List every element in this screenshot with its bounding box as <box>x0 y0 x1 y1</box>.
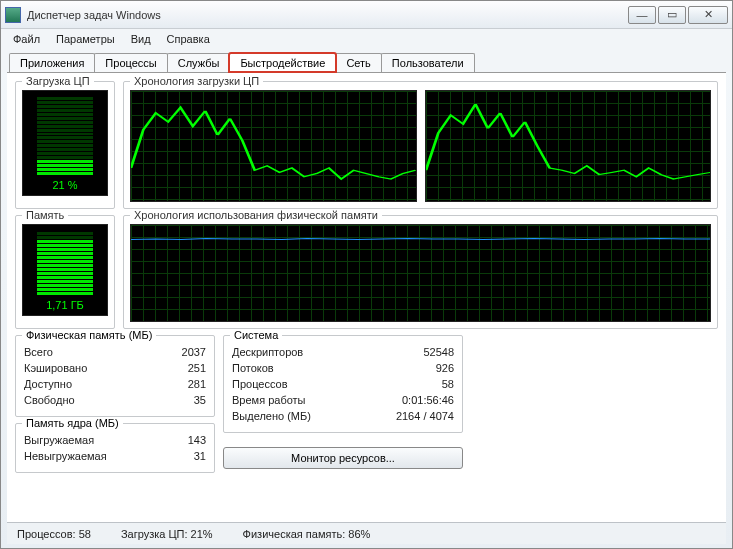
content: Загрузка ЦП 21 % Хронология загрузки ЦП <box>7 72 726 522</box>
sys-commit-val: 2164 / 4074 <box>396 408 454 424</box>
cpu-gauge-group: Загрузка ЦП 21 % <box>15 81 115 209</box>
sys-procs-label: Процессов <box>232 376 288 392</box>
cpu-percent-label: 21 % <box>23 179 107 191</box>
window: Диспетчер задач Windows — ▭ ✕ Файл Парам… <box>0 0 733 549</box>
mem-value-label: 1,71 ГБ <box>23 299 107 311</box>
kernel-mem-title: Память ядра (МБ) <box>22 417 123 429</box>
stats-row: Физическая память (МБ) Всего2037 Кэширов… <box>15 335 718 473</box>
stats-right-col: Система Дескрипторов52548 Потоков926 Про… <box>223 335 463 473</box>
tab-processes[interactable]: Процессы <box>94 53 167 72</box>
phys-mem-title: Физическая память (МБ) <box>22 329 156 341</box>
phys-avail-val: 281 <box>188 376 206 392</box>
phys-free-val: 35 <box>194 392 206 408</box>
phys-cached-label: Кэшировано <box>24 360 87 376</box>
menu-options[interactable]: Параметры <box>50 31 121 47</box>
sys-uptime-label: Время работы <box>232 392 306 408</box>
sys-procs-val: 58 <box>442 376 454 392</box>
tab-users[interactable]: Пользователи <box>381 53 475 72</box>
phys-avail-label: Доступно <box>24 376 72 392</box>
cpu-gauge-title: Загрузка ЦП <box>22 75 94 87</box>
menu-view[interactable]: Вид <box>125 31 157 47</box>
window-buttons: — ▭ ✕ <box>628 6 728 24</box>
maximize-icon: ▭ <box>667 8 677 21</box>
tab-applications[interactable]: Приложения <box>9 53 95 72</box>
system-group: Система Дескрипторов52548 Потоков926 Про… <box>223 335 463 433</box>
close-button[interactable]: ✕ <box>688 6 728 24</box>
cpu-row: Загрузка ЦП 21 % Хронология загрузки ЦП <box>15 81 718 209</box>
titlebar[interactable]: Диспетчер задач Windows — ▭ ✕ <box>1 1 732 29</box>
cpu-graph-2 <box>425 90 712 202</box>
sys-threads-val: 926 <box>436 360 454 376</box>
cpu-graph-1 <box>130 90 417 202</box>
mem-graph <box>130 224 711 322</box>
status-processes: Процессов: 58 <box>17 528 91 540</box>
stats-left-col: Физическая память (МБ) Всего2037 Кэширов… <box>15 335 215 473</box>
mem-history-title: Хронология использования физической памя… <box>130 209 382 221</box>
mem-gauge: 1,71 ГБ <box>22 224 108 316</box>
minimize-button[interactable]: — <box>628 6 656 24</box>
mem-gauge-group: Память 1,71 ГБ <box>15 215 115 329</box>
tab-performance[interactable]: Быстродействие <box>229 53 336 72</box>
tab-services[interactable]: Службы <box>167 53 231 72</box>
status-mem: Физическая память: 86% <box>243 528 371 540</box>
sys-threads-label: Потоков <box>232 360 274 376</box>
kernel-paged-label: Выгружаемая <box>24 432 94 448</box>
phys-free-label: Свободно <box>24 392 75 408</box>
phys-cached-val: 251 <box>188 360 206 376</box>
mem-gauge-title: Память <box>22 209 68 221</box>
sys-handles-label: Дескрипторов <box>232 344 303 360</box>
tab-networking[interactable]: Сеть <box>335 53 381 72</box>
menu-file[interactable]: Файл <box>7 31 46 47</box>
tabstrip: Приложения Процессы Службы Быстродействи… <box>1 49 732 72</box>
mem-history-group: Хронология использования физической памя… <box>123 215 718 329</box>
cpu-history-title: Хронология загрузки ЦП <box>130 75 263 87</box>
window-title: Диспетчер задач Windows <box>27 9 628 21</box>
kernel-nonpaged-val: 31 <box>194 448 206 464</box>
phys-total-label: Всего <box>24 344 53 360</box>
cpu-gauge: 21 % <box>22 90 108 196</box>
kernel-paged-val: 143 <box>188 432 206 448</box>
phys-total-val: 2037 <box>182 344 206 360</box>
status-cpu: Загрузка ЦП: 21% <box>121 528 213 540</box>
resource-monitor-button[interactable]: Монитор ресурсов... <box>223 447 463 469</box>
system-title: Система <box>230 329 282 341</box>
sys-uptime-val: 0:01:56:46 <box>402 392 454 408</box>
statusbar: Процессов: 58 Загрузка ЦП: 21% Физическа… <box>7 522 726 544</box>
maximize-button[interactable]: ▭ <box>658 6 686 24</box>
mem-row: Память 1,71 ГБ Хронология использования … <box>15 215 718 329</box>
kernel-nonpaged-label: Невыгружаемая <box>24 448 107 464</box>
minimize-icon: — <box>637 9 648 21</box>
cpu-history-group: Хронология загрузки ЦП <box>123 81 718 209</box>
phys-mem-group: Физическая память (МБ) Всего2037 Кэширов… <box>15 335 215 417</box>
cpu-history-graphs <box>130 90 711 202</box>
menubar: Файл Параметры Вид Справка <box>1 29 732 49</box>
sys-commit-label: Выделено (МБ) <box>232 408 311 424</box>
app-icon <box>5 7 21 23</box>
close-icon: ✕ <box>704 8 713 21</box>
menu-help[interactable]: Справка <box>161 31 216 47</box>
sys-handles-val: 52548 <box>423 344 454 360</box>
kernel-mem-group: Память ядра (МБ) Выгружаемая143 Невыгруж… <box>15 423 215 473</box>
